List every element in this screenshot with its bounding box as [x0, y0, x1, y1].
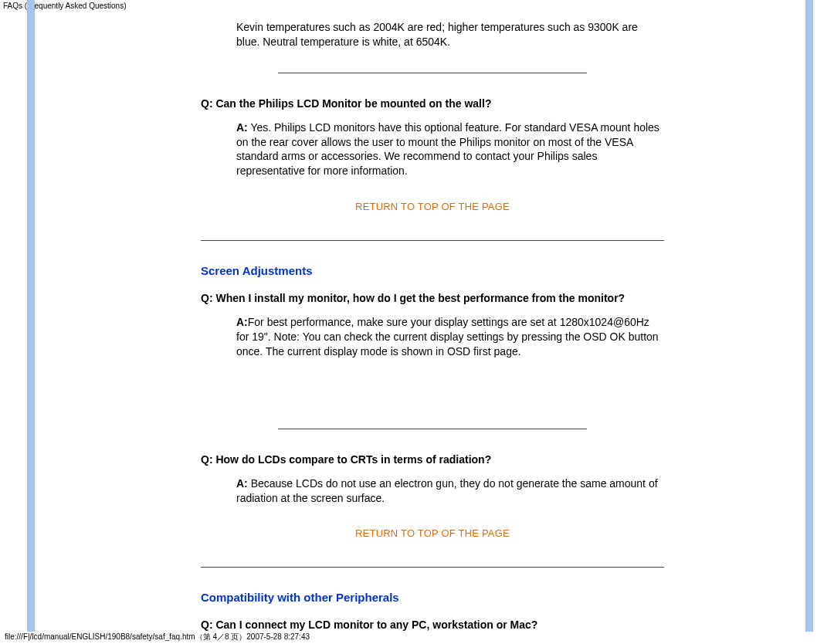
return-top-link-wrap: RETURN TO TOP OF THE PAGE: [201, 527, 664, 539]
q-text: How do LCDs compare to CRTs in terms of …: [213, 453, 492, 466]
section-screen-adjustments: Screen Adjustments: [201, 264, 664, 277]
return-top-link[interactable]: RETURN TO TOP OF THE PAGE: [355, 527, 510, 539]
return-top-link[interactable]: RETURN TO TOP OF THE PAGE: [355, 201, 510, 212]
page-header-title: FAQs (Frequently Asked Questions): [0, 0, 130, 12]
intro-text: Kevin temperatures such as 2004K are red…: [236, 20, 664, 49]
q-text: When I install my monitor, how do I get …: [213, 292, 626, 304]
divider-full: [201, 567, 664, 568]
divider-short: [278, 429, 587, 429]
faq-question-connect-pc: Q: Can I connect my LCD monitor to any P…: [201, 618, 664, 632]
footer-file-path: file:///F|/lcd/manual/ENGLISH/190B8/safe…: [5, 632, 310, 642]
a-text: For best performance, make sure your dis…: [236, 316, 659, 358]
q-text: Can the Philips LCD Monitor be mounted o…: [213, 97, 492, 110]
faq-question-wall-mount: Q: Can the Philips LCD Monitor be mounte…: [201, 97, 664, 111]
faq-answer-best-performance: A:For best performance, make sure your d…: [236, 315, 664, 359]
faq-answer-wall-mount: A: Yes. Philips LCD monitors have this o…: [236, 120, 664, 179]
a-label: A:: [236, 316, 248, 328]
divider-full: [201, 240, 664, 241]
q-label: Q:: [201, 619, 213, 631]
a-label: A:: [236, 477, 248, 490]
faq-question-radiation: Q: How do LCDs compare to CRTs in terms …: [201, 452, 664, 467]
left-decor-bar: [27, 0, 35, 632]
faq-answer-radiation: A: Because LCDs do not use an electron g…: [236, 476, 664, 506]
return-top-link-wrap: RETURN TO TOP OF THE PAGE: [201, 200, 664, 212]
faq-question-best-performance: Q: When I install my monitor, how do I g…: [201, 291, 664, 306]
q-label: Q:: [201, 97, 213, 110]
a-label: A:: [236, 121, 248, 134]
right-decor-bar: [805, 0, 813, 632]
a-text: Yes. Philips LCD monitors have this opti…: [236, 121, 659, 178]
main-content: Kevin temperatures such as 2004K are red…: [201, 14, 664, 642]
page: FAQs (Frequently Asked Questions) Kevin …: [0, 0, 834, 644]
q-text: Can I connect my LCD monitor to any PC, …: [213, 619, 538, 631]
q-label: Q:: [201, 292, 213, 304]
a-text: Because LCDs do not use an electron gun,…: [236, 477, 658, 504]
section-compatibility: Compatibility with other Peripherals: [201, 591, 664, 604]
q-label: Q:: [201, 453, 213, 466]
divider-short: [278, 73, 587, 73]
